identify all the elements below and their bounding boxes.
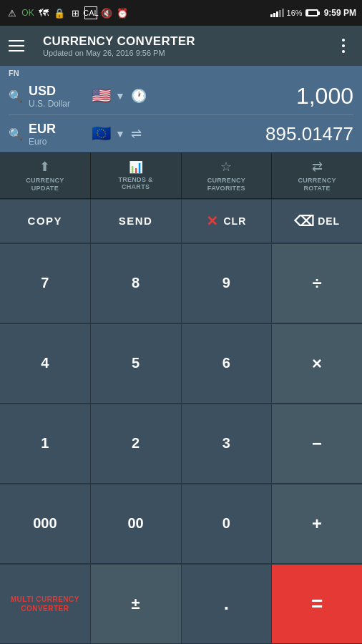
to-currency-info: EUR Euro [29,122,86,147]
currency-display: FN 🔍 USD U.S. Dollar 🇺🇸 ▼ 🕐 1,000 🔍 EUR … [0,66,362,152]
status-icons-left: ⚠ OK 🗺 🔒 ⊞ CAL 🔇 ⏰ [6,6,129,19]
tab-currency-favorites[interactable]: ☆ CURRENCYFAVORITES [182,153,273,198]
favorites-icon: ☆ [220,159,232,175]
clr-button[interactable]: ✕ CLR [182,200,273,243]
btn-0[interactable]: 0 [182,484,273,564]
search-to-icon[interactable]: 🔍 [9,127,23,141]
btn-6[interactable]: 6 [182,324,273,404]
rotate-icon: ⇄ [312,159,323,175]
btn-plusminus[interactable]: ± [91,565,182,644]
from-flag: 🇺🇸 [92,87,111,105]
to-currency-value: 895.01477 [142,123,353,145]
btn-00[interactable]: 00 [91,484,182,564]
menu-icon[interactable] [9,33,34,59]
x-icon: ✕ [206,213,219,230]
ok-icon: OK [21,6,34,19]
from-dropdown-icon[interactable]: ▼ [115,90,125,102]
favorites-label: CURRENCYFAVORITES [207,177,245,192]
btn-5[interactable]: 5 [91,324,182,404]
rotate-label: CURRENCYROTATE [298,177,336,192]
calculator: COPY SEND ✕ CLR ⌫ DEL 7 8 9 ÷ 4 5 6 × 1 … [0,199,362,644]
cal-icon: CAL [84,6,97,19]
del-label: DEL [318,215,340,227]
from-currency-code: USD [29,84,86,99]
toolbar: CURRENCY CONVERTER Updated on May 26, 20… [0,26,362,66]
btn-000[interactable]: 000 [0,484,91,564]
clr-label: CLR [223,215,246,227]
btn-subtract[interactable]: − [272,404,362,484]
backspace-icon: ⌫ [294,213,315,230]
btn-1[interactable]: 1 [0,404,91,484]
del-button[interactable]: ⌫ DEL [272,200,362,243]
history-icon[interactable]: 🕐 [131,88,147,104]
alarm-icon: ⏰ [116,6,129,19]
currency-update-label: CURRENCYUPDATE [26,177,64,192]
action-row: COPY SEND ✕ CLR ⌫ DEL [0,199,362,243]
status-icons-right: 16% 9:59 PM [270,8,356,18]
btn-decimal[interactable]: . [182,565,273,644]
btn-multiply[interactable]: × [272,324,362,404]
warning-icon: ⚠ [6,6,19,19]
copy-button[interactable]: COPY [0,200,91,243]
from-currency-info: USD U.S. Dollar [29,84,86,109]
to-currency-row[interactable]: 🔍 EUR Euro 🇪🇺 ▼ ⇌ 895.01477 [0,115,362,152]
btn-add[interactable]: + [272,484,362,564]
btn-3[interactable]: 3 [182,404,273,484]
mute-icon: 🔇 [100,6,113,19]
from-currency-name: U.S. Dollar [29,99,86,109]
to-flag: 🇪🇺 [92,125,111,143]
row-456-mul: 4 5 6 × [0,323,362,404]
to-currency-code: EUR [29,122,86,137]
time-display: 9:59 PM [324,8,356,18]
app-title: CURRENCY CONVERTER [43,34,333,49]
toolbar-title-area: CURRENCY CONVERTER Updated on May 26, 20… [34,34,333,57]
grid-icon: ⊞ [69,6,82,19]
row-special: MULTI CURRENCYCONVERTER ± . = [0,564,362,644]
to-dropdown-icon[interactable]: ▼ [115,128,125,140]
from-currency-row[interactable]: 🔍 USD U.S. Dollar 🇺🇸 ▼ 🕐 1,000 [0,77,362,114]
app-subtitle: Updated on May 26, 2016 9:56 PM [43,49,333,57]
to-flag-area[interactable]: 🇪🇺 ▼ [92,125,125,143]
tab-currency-rotate[interactable]: ⇄ CURRENCYROTATE [272,153,362,198]
btn-9[interactable]: 9 [182,244,273,323]
btn-equals[interactable]: = [272,565,362,644]
send-button[interactable]: SEND [91,200,182,243]
currency-update-icon: ⬆ [39,159,50,175]
transfer-icon[interactable]: ⇌ [131,126,142,142]
nav-tabs: ⬆ CURRENCYUPDATE 📊 TRENDS &CHARTS ☆ CURR… [0,152,362,199]
row-123-sub: 1 2 3 − [0,404,362,484]
signal-icon [270,9,284,17]
battery-icon [305,9,318,16]
battery-percent: 16% [287,9,303,17]
tab-trends-charts[interactable]: 📊 TRENDS &CHARTS [91,153,182,198]
btn-2[interactable]: 2 [91,404,182,484]
tab-currency-update[interactable]: ⬆ CURRENCYUPDATE [0,153,91,198]
from-flag-area[interactable]: 🇺🇸 ▼ [92,87,125,105]
map-icon: 🗺 [37,6,50,19]
overflow-menu-icon[interactable] [333,36,353,56]
row-789-div: 7 8 9 ÷ [0,243,362,323]
search-from-icon[interactable]: 🔍 [9,89,23,103]
btn-8[interactable]: 8 [91,244,182,323]
trends-charts-icon: 📊 [129,160,143,174]
to-currency-name: Euro [29,137,86,147]
from-currency-value: 1,000 [147,83,353,109]
trends-charts-label: TRENDS &CHARTS [118,176,152,192]
btn-divide[interactable]: ÷ [272,244,362,323]
btn-4[interactable]: 4 [0,324,91,404]
row-000-add: 000 00 0 + [0,484,362,564]
vpn-icon: 🔒 [53,6,66,19]
btn-7[interactable]: 7 [0,244,91,323]
multi-currency-button[interactable]: MULTI CURRENCYCONVERTER [0,565,91,644]
fn-label: FN [0,66,362,77]
status-bar: ⚠ OK 🗺 🔒 ⊞ CAL 🔇 ⏰ 16% 9:59 PM [0,0,362,26]
